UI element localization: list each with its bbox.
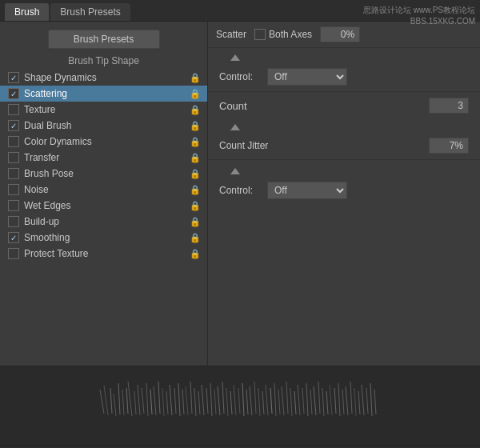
svg-line-25 [202, 385, 204, 415]
control-row-2: Control: Off Fade Pen Pressure [208, 178, 480, 203]
tab-brush-presets[interactable]: Brush Presets [50, 3, 130, 21]
svg-line-3 [114, 394, 116, 416]
label-color-dynamics: Color Dynamics [24, 136, 186, 147]
checkbox-color-dynamics[interactable] [8, 136, 19, 147]
svg-line-11 [146, 383, 148, 416]
svg-line-5 [122, 390, 124, 415]
svg-line-36 [246, 390, 248, 414]
control2-slider-row [208, 162, 480, 178]
svg-line-8 [134, 391, 136, 414]
both-axes-check[interactable]: Both Axes [254, 29, 312, 40]
brush-stroke-preview [80, 374, 400, 430]
both-axes-checkbox[interactable] [254, 29, 266, 40]
svg-line-58 [334, 388, 336, 414]
watermark-line2: BBS.15XKG.COM [363, 16, 475, 27]
count-label: Count [219, 100, 429, 112]
checkbox-smoothing[interactable]: ✓ [8, 232, 19, 243]
checkbox-shape-dynamics[interactable]: ✓ [8, 72, 19, 83]
brush-presets-button[interactable]: Brush Presets [48, 30, 160, 49]
control-select-1[interactable]: Off Fade Pen Pressure [267, 68, 347, 86]
sidebar-item-smoothing[interactable]: ✓ Smoothing 🔒 [0, 230, 207, 246]
checkbox-transfer[interactable] [8, 152, 19, 163]
both-axes-label: Both Axes [269, 29, 312, 40]
svg-line-35 [242, 383, 244, 416]
svg-line-7 [128, 382, 132, 416]
svg-line-45 [282, 386, 284, 415]
svg-line-1 [104, 386, 108, 415]
svg-line-19 [178, 383, 180, 416]
svg-line-48 [294, 391, 296, 414]
checkbox-noise[interactable] [8, 184, 19, 195]
sidebar-item-color-dynamics[interactable]: Color Dynamics 🔒 [0, 134, 207, 150]
sidebar-item-buildup[interactable]: Build-up 🔒 [0, 214, 207, 230]
count-row: Count [208, 94, 480, 118]
checkbox-dual-brush[interactable]: ✓ [8, 120, 19, 131]
control-label-1: Control: [219, 71, 267, 82]
sidebar-item-brush-pose[interactable]: Brush Pose 🔒 [0, 166, 207, 182]
svg-line-56 [326, 391, 328, 414]
sidebar-item-texture[interactable]: Texture 🔒 [0, 102, 207, 118]
sidebar-item-transfer[interactable]: Transfer 🔒 [0, 150, 207, 166]
svg-line-34 [238, 388, 240, 414]
sidebar-item-protect-texture[interactable]: Protect Texture 🔒 [0, 246, 207, 262]
svg-line-44 [278, 390, 280, 414]
scatter-slider-arrow[interactable] [230, 54, 240, 61]
svg-line-51 [306, 383, 308, 416]
checkbox-protect-texture[interactable] [8, 248, 19, 259]
label-smoothing: Smoothing [24, 232, 186, 243]
control-select-2[interactable]: Off Fade Pen Pressure [267, 182, 347, 199]
svg-line-40 [262, 391, 264, 414]
svg-line-30 [222, 382, 224, 414]
label-brush-pose: Brush Pose [24, 168, 186, 179]
svg-line-18 [174, 388, 176, 414]
sidebar-item-shape-dynamics[interactable]: ✓ Shape Dynamics 🔒 [0, 70, 207, 86]
count-input[interactable] [429, 98, 469, 114]
svg-line-24 [198, 391, 200, 414]
label-transfer: Transfer [24, 152, 186, 163]
control-label-2: Control: [219, 185, 267, 196]
svg-line-29 [218, 386, 220, 415]
checkbox-scattering[interactable]: ✓ [8, 88, 19, 99]
divider-1 [208, 91, 480, 92]
brush-preview-area [0, 366, 480, 446]
svg-line-37 [250, 386, 252, 415]
sidebar-item-scattering[interactable]: ✓ Scattering 🔒 [0, 86, 207, 102]
control-row-1: Control: Off Fade Pen Pressure [208, 64, 480, 90]
svg-line-4 [118, 383, 120, 414]
lock-icon-shape-dynamics: 🔒 [190, 73, 201, 83]
count-jitter-slider-arrow[interactable] [230, 124, 240, 130]
checkbox-wet-edges[interactable] [8, 200, 19, 211]
label-texture: Texture [24, 104, 186, 115]
svg-line-16 [166, 391, 168, 414]
section-header: Brush Tip Shape [0, 55, 207, 66]
checkbox-texture[interactable] [8, 104, 19, 115]
svg-line-15 [162, 388, 164, 416]
tab-brush[interactable]: Brush [5, 3, 49, 21]
scatter-percent-input[interactable] [320, 26, 360, 42]
svg-line-55 [322, 388, 324, 416]
scatter-label: Scatter [216, 29, 246, 40]
watermark-line1: 思路设计论坛 www.PS教程论坛 [363, 5, 475, 16]
scatter-slider-row [208, 48, 480, 64]
checkbox-brush-pose[interactable] [8, 168, 19, 179]
svg-line-14 [158, 382, 160, 414]
control2-slider-arrow[interactable] [230, 168, 240, 174]
watermark: 思路设计论坛 www.PS教程论坛 BBS.15XKG.COM [363, 5, 475, 27]
svg-line-20 [182, 390, 184, 414]
svg-line-26 [206, 388, 208, 414]
svg-line-49 [298, 385, 300, 415]
svg-line-43 [274, 383, 276, 416]
count-jitter-input[interactable] [429, 138, 469, 154]
svg-line-6 [126, 388, 128, 414]
label-noise: Noise [24, 184, 186, 195]
lock-icon-brush-pose: 🔒 [190, 169, 201, 179]
label-shape-dynamics: Shape Dynamics [24, 72, 186, 83]
lock-icon-noise: 🔒 [190, 185, 201, 195]
svg-line-54 [318, 382, 320, 414]
svg-line-21 [186, 386, 188, 415]
sidebar-item-noise[interactable]: Noise 🔒 [0, 182, 207, 198]
sidebar-item-dual-brush[interactable]: ✓ Dual Brush 🔒 [0, 118, 207, 134]
checkbox-buildup[interactable] [8, 216, 19, 227]
svg-line-39 [258, 388, 260, 416]
sidebar-item-wet-edges[interactable]: Wet Edges 🔒 [0, 198, 207, 214]
